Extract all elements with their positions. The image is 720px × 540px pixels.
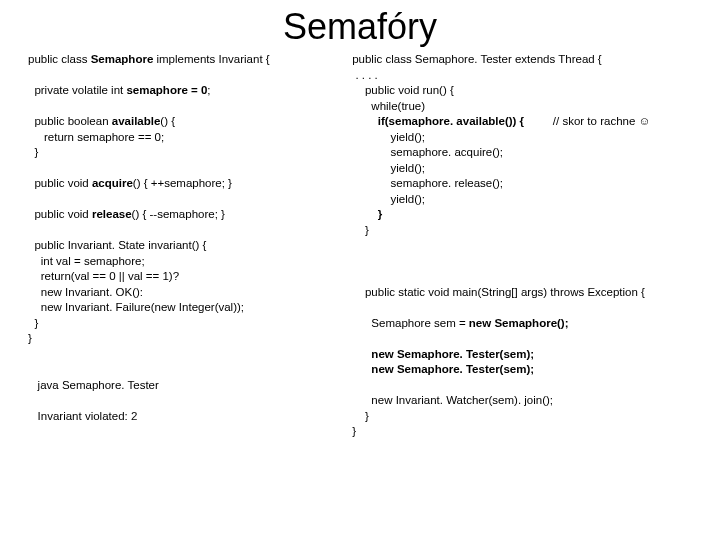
code-line: Semaphore sem = — [352, 317, 469, 329]
right-code-block: public class Semaphore. Tester extends T… — [352, 52, 700, 440]
code-line: return semaphore == 0; — [28, 131, 164, 143]
code-line: public static void main(String[] args) t… — [352, 286, 645, 298]
slide-title: Semafóry — [0, 6, 720, 48]
code-line: return(val == 0 || val == 1)? — [28, 270, 179, 282]
code-comment: // skor to rachne ☺ — [524, 115, 650, 127]
code-line — [352, 363, 371, 375]
code-line: new Invariant. Watcher(sem). join(); — [352, 394, 553, 406]
code-line: yield(); — [352, 131, 425, 143]
code-line: () { --semaphore; } — [132, 208, 225, 220]
content-columns: public class Semaphore implements Invari… — [0, 52, 720, 440]
code-bold: new Semaphore. Tester(sem); — [371, 363, 534, 375]
code-line: yield(); — [352, 193, 425, 205]
code-bold: new Semaphore. Tester(sem); — [371, 348, 534, 360]
code-line: implements Invariant { — [153, 53, 269, 65]
code-line: public Invariant. State invariant() { — [28, 239, 206, 251]
code-line: semaphore. acquire(); — [352, 146, 503, 158]
code-bold: if(semaphore. available()) { — [352, 115, 524, 127]
code-line: ; — [207, 84, 210, 96]
code-bold: semaphore = 0 — [126, 84, 207, 96]
code-bold: release — [92, 208, 132, 220]
code-line: public void run() { — [352, 84, 454, 96]
code-line: } — [28, 146, 38, 158]
code-line: yield(); — [352, 162, 425, 174]
code-line: } — [28, 332, 32, 344]
code-line: } — [352, 224, 369, 236]
code-bold: new Semaphore(); — [469, 317, 569, 329]
code-line: new Invariant. OK(): — [28, 286, 143, 298]
code-line: } — [28, 317, 38, 329]
code-line: int val = semaphore; — [28, 255, 145, 267]
code-line: public void — [28, 177, 92, 189]
code-line: public class — [28, 53, 91, 65]
code-line: . . . . — [352, 69, 378, 81]
left-code-block: public class Semaphore implements Invari… — [28, 52, 344, 440]
code-line: semaphore. release(); — [352, 177, 503, 189]
code-line: public void — [28, 208, 92, 220]
code-bold: } — [352, 208, 382, 220]
code-bold: Semaphore — [91, 53, 154, 65]
code-line: new Invariant. Failure(new Integer(val))… — [28, 301, 244, 313]
code-line — [352, 348, 371, 360]
code-line: while(true) — [352, 100, 425, 112]
code-line: } — [352, 425, 356, 437]
code-line: public class Semaphore. Tester extends T… — [352, 53, 602, 65]
code-line: public boolean — [28, 115, 112, 127]
code-bold: acquire — [92, 177, 133, 189]
output-line: Invariant violated: 2 — [38, 410, 138, 422]
output-line: java Semaphore. Tester — [38, 379, 159, 391]
code-line: private volatile int — [28, 84, 126, 96]
code-line: () { ++semaphore; } — [133, 177, 232, 189]
code-bold: available — [112, 115, 161, 127]
code-line: } — [352, 410, 369, 422]
code-line: () { — [160, 115, 175, 127]
